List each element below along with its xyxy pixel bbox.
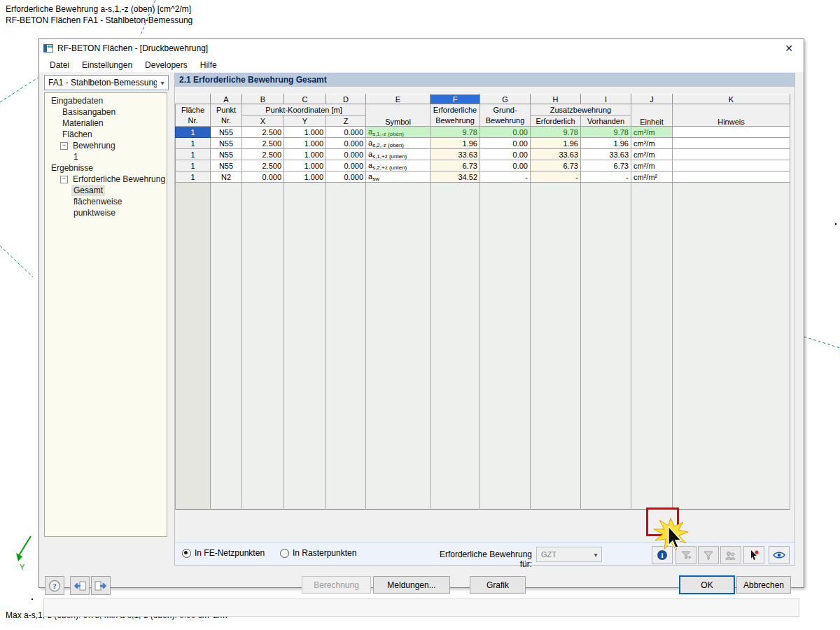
radio-rasterpunkte[interactable]: In Rasterpunkten: [280, 548, 356, 558]
cell-x[interactable]: 2.500: [242, 138, 284, 149]
cell-punkt[interactable]: N55: [211, 127, 242, 138]
cell-zusatz-vorhanden[interactable]: 1.96: [581, 138, 631, 149]
column-letter-J[interactable]: J: [631, 94, 673, 104]
col-header-zusatz[interactable]: Zusatzbewehrung: [531, 104, 631, 115]
tree-item-erforderliche-bewehrung[interactable]: −Erforderliche Bewehrung: [45, 174, 167, 185]
collapse-icon[interactable]: −: [60, 142, 68, 150]
abbrechen-button[interactable]: Abbrechen: [736, 576, 791, 594]
column-letter-D[interactable]: D: [326, 94, 366, 104]
cell-zusatz-vorhanden[interactable]: 33.63: [581, 149, 631, 160]
tree-item-1[interactable]: 1: [45, 151, 167, 162]
design-case-selector[interactable]: FA1 - Stahlbeton-Bemessung ▾: [44, 75, 169, 90]
jump-to-graphic-button[interactable]: [743, 546, 764, 564]
cell-symbol[interactable]: as,1,+z (unten): [366, 149, 430, 160]
column-letter-F[interactable]: F: [430, 94, 480, 104]
cell-y[interactable]: 1.000: [284, 172, 326, 183]
cell-z[interactable]: 0.000: [326, 127, 366, 138]
tree-item-punktweise[interactable]: punktweise: [45, 207, 167, 218]
cell-flaeche[interactable]: 1: [176, 172, 211, 183]
filter-button[interactable]: [698, 546, 719, 564]
show-results-button[interactable]: [769, 546, 790, 564]
cell-zusatz-erforderlich[interactable]: 6.73: [531, 160, 581, 172]
tree-item-gesamt[interactable]: Gesamt: [45, 185, 167, 196]
col-header-hinweis[interactable]: Hinweis: [673, 104, 790, 127]
radio-fe-netzpunkte[interactable]: In FE-Netzpunkten: [182, 548, 265, 558]
column-letter-B[interactable]: B: [242, 94, 284, 104]
cell-x[interactable]: 2.500: [242, 149, 284, 160]
cell-erforderlich[interactable]: 33.63: [430, 149, 480, 160]
cell-symbol[interactable]: as,2,+z (unten): [366, 160, 430, 172]
dialog-titlebar[interactable]: RF-BETON Flächen - [Druckbewehrung] ✕: [39, 39, 804, 57]
tree-item-bewehrung[interactable]: −Bewehrung: [45, 140, 167, 151]
cell-zusatz-erforderlich[interactable]: 9.78: [531, 127, 581, 138]
cell-zusatz-vorhanden[interactable]: 6.73: [581, 160, 631, 172]
cell-erforderlich[interactable]: 34.52: [430, 172, 480, 183]
col-header-z[interactable]: Z: [326, 115, 366, 127]
cell-einheit[interactable]: cm²/m: [631, 149, 673, 160]
ok-button[interactable]: OK: [679, 575, 735, 594]
tree-item-ergebnisse[interactable]: Ergebnisse: [45, 162, 167, 174]
column-letter-A[interactable]: A: [211, 94, 242, 104]
cell-punkt[interactable]: N55: [211, 149, 242, 160]
cell-punkt[interactable]: N2: [211, 172, 242, 183]
cell-hinweis[interactable]: [673, 160, 790, 172]
col-header-koordinaten[interactable]: Punkt-Koordinaten [m]: [242, 104, 366, 115]
cell-y[interactable]: 1.000: [284, 127, 326, 138]
col-header-symbol[interactable]: Symbol: [366, 104, 430, 127]
cell-symbol[interactable]: asw: [366, 172, 430, 183]
cell-zusatz-vorhanden[interactable]: -: [581, 172, 631, 183]
menu-item-datei[interactable]: Datei: [43, 59, 76, 71]
cell-x[interactable]: 2.500: [242, 127, 284, 138]
cell-punkt[interactable]: N55: [211, 160, 242, 172]
tree-item-eingabedaten[interactable]: Eingabedaten: [45, 95, 167, 106]
cell-y[interactable]: 1.000: [284, 138, 326, 149]
tree-item-basisangaben[interactable]: Basisangaben: [45, 106, 167, 118]
cell-y[interactable]: 1.000: [284, 160, 326, 172]
tree-item-flächen[interactable]: Flächen: [45, 129, 167, 140]
cell-hinweis[interactable]: [673, 127, 790, 138]
tree-item-materialien[interactable]: Materialien: [45, 118, 167, 129]
col-header-flaeche[interactable]: FlächeNr.: [176, 104, 211, 127]
cell-hinweis[interactable]: [673, 172, 790, 183]
cell-symbol[interactable]: as,1,-z (oben): [366, 127, 430, 138]
close-icon[interactable]: ✕: [778, 43, 799, 54]
menu-item-einstellungen[interactable]: Einstellungen: [76, 59, 139, 71]
cell-symbol[interactable]: as,2,-z (oben): [366, 138, 430, 149]
column-letter-G[interactable]: G: [480, 94, 531, 104]
cell-y[interactable]: 1.000: [284, 149, 326, 160]
cell-einheit[interactable]: cm²/m²: [631, 172, 673, 183]
limit-state-select[interactable]: GZT ▾: [536, 547, 602, 562]
meldungen-button[interactable]: Meldungen...: [373, 576, 450, 594]
cell-erforderlich[interactable]: 6.73: [430, 160, 480, 172]
cell-einheit[interactable]: cm²/m: [631, 127, 673, 138]
column-letter-C[interactable]: C: [284, 94, 326, 104]
cell-zusatz-erforderlich[interactable]: 33.63: [531, 149, 581, 160]
column-letter-K[interactable]: K: [673, 94, 790, 104]
jump-next-table-button[interactable]: [91, 576, 111, 595]
menu-item-hilfe[interactable]: Hilfe: [194, 59, 223, 71]
collapse-icon[interactable]: −: [60, 176, 68, 183]
cell-z[interactable]: 0.000: [326, 172, 366, 183]
cell-grund[interactable]: 0.00: [480, 149, 531, 160]
column-letter-E[interactable]: E: [366, 94, 430, 104]
col-header-grund[interactable]: Grund-Bewehrung: [480, 104, 531, 127]
col-header-y[interactable]: Y: [284, 115, 326, 127]
cell-zusatz-erforderlich[interactable]: 1.96: [531, 138, 581, 149]
cell-erforderlich[interactable]: 9.78: [430, 127, 480, 138]
cell-zusatz-erforderlich[interactable]: -: [531, 172, 581, 183]
tree-item-flächenweise[interactable]: flächenweise: [45, 196, 167, 207]
column-letter-H[interactable]: H: [531, 94, 581, 104]
cell-flaeche[interactable]: 1: [176, 149, 211, 160]
cell-z[interactable]: 0.000: [326, 138, 366, 149]
help-button[interactable]: ?: [45, 576, 64, 595]
cell-zusatz-vorhanden[interactable]: 9.78: [581, 127, 631, 138]
col-header-punkt[interactable]: PunktNr.: [211, 104, 242, 127]
cell-z[interactable]: 0.000: [326, 160, 366, 172]
cell-flaeche[interactable]: 1: [176, 160, 211, 172]
cell-punkt[interactable]: N55: [211, 138, 242, 149]
col-header-x[interactable]: X: [242, 115, 284, 127]
cell-grund[interactable]: 0.00: [480, 138, 531, 149]
cell-einheit[interactable]: cm²/m: [631, 138, 673, 149]
menu-item-developers[interactable]: Developers: [139, 59, 194, 71]
grafik-button[interactable]: Grafik: [470, 576, 526, 594]
